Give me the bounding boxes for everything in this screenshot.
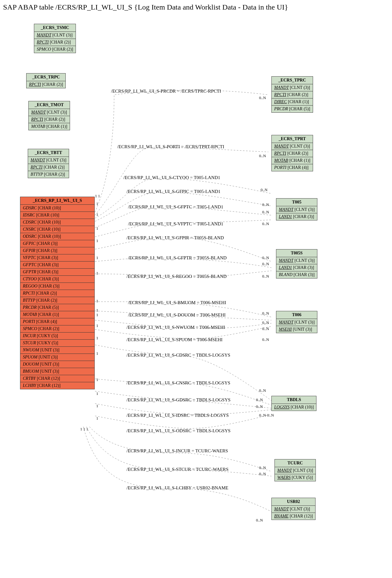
rel-label: /ECRS/RP_LI_WL_UI_S-IDSRC = TBDLS-LOGSYS <box>126 413 229 418</box>
rel-label: /ECRS/RP_LI_WL_UI_S-SPUOM = T006-MSEHI <box>126 337 223 342</box>
entity-main: _ECRS_RP_LI_WL_UI_S GDSRC [CHAR (10)] ID… <box>20 197 95 389</box>
card-zero-n: 0..N <box>256 404 263 409</box>
entity-header: TCURC <box>275 459 316 467</box>
card-zero-n: 0..N <box>256 397 263 402</box>
card-zero-n: 0..N 0..N <box>259 413 274 418</box>
card-zero-n: 0..N <box>262 337 269 342</box>
card-one: 1 <box>96 238 98 243</box>
entity-ecrs-tsmc: _ECRS_TSMC MANDT [CLNT (3)] RPCTI [CHAR … <box>34 24 76 53</box>
entity-header: _ECRS_RP_LI_WL_UI_S <box>20 197 94 205</box>
card-zero-n: 0..N <box>262 262 269 266</box>
rel-label: /ECRS/RP_LI_WL_UI_S-ODSRC = TBDLS-LOGSYS <box>126 428 230 434</box>
entity-ecrs-tprc: _ECRS_TPRC MANDT [CLNT (3)] RPCTI [CHAR … <box>271 76 313 113</box>
card-one: 1 <box>96 351 98 356</box>
rel-label: /ECRS/RP_LI_WL_UI_S-GFPIC = T005-LAND1 <box>126 189 221 194</box>
card-one: 1 <box>96 312 98 317</box>
card-zero-n: 0..N <box>259 471 266 476</box>
rel-label: /ECRS/RP_LI_WL_UI_S-GFPTC = T005-LAND1 <box>128 204 223 210</box>
entity-header: _ECRS_TPRT <box>272 135 313 143</box>
card-zero-n: 0..N <box>262 311 269 316</box>
card-zero-n: 0..N <box>262 210 269 215</box>
card-one: 1 <box>96 323 98 328</box>
card-one: 1 <box>96 271 98 276</box>
field-row: GDSRC [CHAR (10)] <box>20 205 94 212</box>
card-zero-n: 0..N <box>262 202 269 207</box>
rel-label: /ECRS/RP_LI_WL_UI_S-REGOO = T005S-BLAND <box>126 274 227 279</box>
entity-t005s: T005S MANDT [CLNT (3)] LAND1 [CHAR (3)] … <box>276 249 317 279</box>
entity-header: _ECRS_TMOT <box>29 101 70 109</box>
card-one: 1 <box>96 201 98 206</box>
rel-label: /ECRS/RP_LI_WL_UI_S-GFPIR = T005S-BLAND <box>126 235 224 241</box>
rel-label: /ECRS/RP_LI_WL_UI_S-INCUR = TCURC-WAERS <box>126 448 228 454</box>
card-one-one: 1 1 <box>95 194 100 199</box>
entity-header: T005S <box>276 249 317 257</box>
card-one: 1 <box>96 391 98 396</box>
card-zero-n: 0..N <box>262 326 269 331</box>
rel-label: /ECRS/RP_LI_WL_UI_S-VFPTC = T005-LAND1 <box>128 221 223 227</box>
rel-label: /ECRS/RP_LI_WL_UI_S-CDSRC = TBDLS-LOGSYS <box>126 353 230 358</box>
card-one: 1 <box>96 226 98 231</box>
card-zero-n: 0..N <box>261 187 267 192</box>
entity-header: T006 <box>276 311 317 319</box>
card-zero-n: 0..N <box>262 274 269 279</box>
entity-header: TBDLS <box>272 396 316 404</box>
card-one: 1 <box>96 404 98 408</box>
card-zero-n: 0..N <box>259 95 266 100</box>
card-one: 1 <box>96 377 98 382</box>
card-zero-n: 0..N <box>259 388 266 393</box>
rel-label: /ECRS/RP_LI_WL_UI_S-CTYOO = T005-LAND1 <box>123 175 220 180</box>
rel-label: /ECRS/RP_LI_WL_UI_S-STCUR = TCURC-WAERS <box>126 467 229 472</box>
card-zero-n: 0..N <box>262 320 269 325</box>
rel-label: /ECRS/RP_LI_WL_UI_S-LCHBY = USR02-BNAME <box>126 485 228 491</box>
card-one: 1 <box>96 255 98 260</box>
rel-label: /ECRS/RP_LI_WL_UI_S-PORTI = /ECRS/TPRT-R… <box>117 144 224 149</box>
card-zero-n: 0..N <box>262 255 269 260</box>
entity-header: USR02 <box>272 498 315 506</box>
rel-label: /ECRS/RP_LI_WL_UI_S-GFPTR = T005S-BLAND <box>128 255 227 261</box>
entity-ecrs-trpc: _ECRS_TRPC RPCTI [CHAR (2)] <box>26 73 66 88</box>
card-one: 1 <box>96 308 98 313</box>
card-one: 1 <box>96 299 98 304</box>
card-zero-n: 0..N <box>259 465 266 470</box>
card-one: 1 <box>96 212 98 217</box>
entity-header: T005 <box>276 199 317 206</box>
rel-label: /ECRS/RP_LI_WL_UI_S-GDSRC = TBDLS-LOGSYS <box>126 397 230 403</box>
card-zero-n: 0..N <box>259 153 266 158</box>
entity-usr02: USR02 MANDT [CLNT (3)] BNAME [CHAR (12)] <box>271 498 316 520</box>
entity-header: _ECRS_TSMC <box>34 24 76 32</box>
entity-header: _ECRS_TRPC <box>27 73 65 81</box>
entity-header: _ECRS_TBTT <box>28 149 69 157</box>
card-zero-n: 0..N <box>262 221 269 226</box>
er-diagram: _ECRS_TSMC MANDT [CLNT (3)] RPCTI [CHAR … <box>3 15 389 570</box>
rel-label: /ECRS/RP_LI_WL_UI_S-CNSRC = TBDLS-LOGSYS <box>126 380 230 386</box>
card-one: 1 <box>96 336 98 341</box>
card-zero-n: 0..N <box>256 518 263 523</box>
rel-label: /ECRS/RP_LI_WL_UI_S-PRCDR = /ECRS/TPRC-R… <box>111 89 221 94</box>
entity-ecrs-tbtt: _ECRS_TBTT MANDT [CLNT (3)] RPCTI [CHAR … <box>28 149 69 178</box>
card-ones: 1 1 1 <box>80 427 88 432</box>
entity-tbdls: TBDLS LOGSYS [CHAR (10)] <box>271 396 316 411</box>
rel-label: /ECRS/RP_LI_WL_UI_S-BMUOM = T006-MSEHI <box>128 300 226 305</box>
card-one: 1 <box>96 416 98 421</box>
page-title: SAP ABAP table /ECRS/RP_LI_WL_UI_S {Log … <box>3 3 392 11</box>
entity-ecrs-tprt: _ECRS_TPRT MANDT [CLNT (3)] RPCTI [CHAR … <box>271 135 313 171</box>
entity-header: _ECRS_TPRC <box>272 77 313 84</box>
entity-tcurc: TCURC MANDT [CLNT (3)] WAERS [CUKY (5)] <box>274 459 316 481</box>
rel-label: /ECRS/RP_LI_WL_UI_S-NWUOM = T006-MSEHI <box>126 325 225 330</box>
entity-t005: T005 MANDT [CLNT (3)] LAND1 [CHAR (3)] <box>276 198 317 220</box>
rel-label: /ECRS/RP_LI_WL_UI_S-DOUOM = T006-MSEHI <box>128 312 226 318</box>
entity-ecrs-tmot: _ECRS_TMOT MANDT [CLNT (3)] RPCTI [CHAR … <box>28 101 70 130</box>
entity-t006: T006 MANDT [CLNT (3)] MSEHI [UNIT (3)] <box>276 311 317 333</box>
